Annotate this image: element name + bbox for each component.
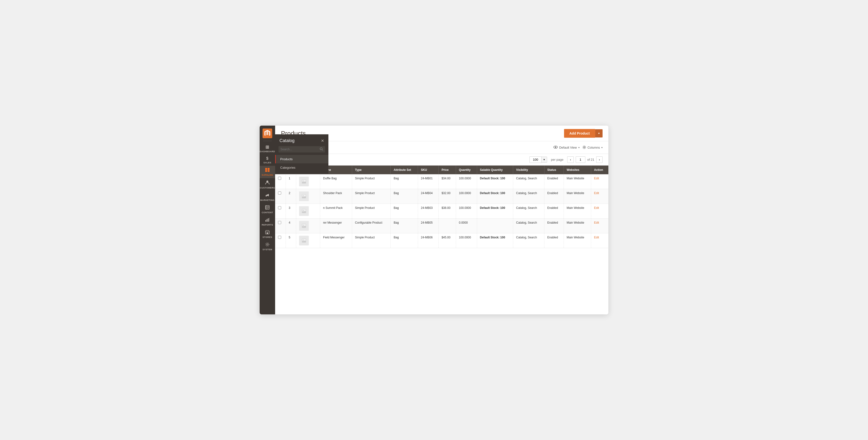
cell-name: n Summit Pack	[320, 204, 352, 218]
col-status[interactable]: Status	[544, 166, 564, 174]
cell-price: $38.00	[439, 204, 456, 218]
col-websites[interactable]: Websites	[564, 166, 591, 174]
sidebar-item-system-label: SYSTEM	[262, 248, 272, 251]
row-checkbox-2[interactable]	[278, 206, 281, 209]
sidebar-item-sales[interactable]: $ SALES	[259, 155, 275, 166]
cell-name: Shoulder Pack	[320, 189, 352, 204]
catalog-menu-products[interactable]: Products	[275, 155, 329, 163]
sidebar-item-system[interactable]: SYSTEM	[259, 240, 275, 253]
cell-websites: Main Website	[564, 189, 591, 204]
edit-link-2[interactable]: Edit	[594, 206, 599, 210]
col-type[interactable]: Type	[352, 166, 391, 174]
catalog-search-input[interactable]	[279, 146, 325, 153]
svg-rect-4	[268, 170, 270, 172]
cell-quantity: 0.0000	[456, 218, 477, 233]
sidebar-item-catalog-label: CATALOG	[262, 174, 273, 176]
sidebar-item-content-label: CONTENT	[262, 211, 273, 214]
cell-attribute-set: Bag	[391, 189, 418, 204]
cell-name: Field Messenger	[320, 233, 352, 248]
cell-checkbox	[275, 204, 285, 218]
per-page-input[interactable]: 100	[529, 156, 541, 163]
col-price[interactable]: Price	[439, 166, 456, 174]
catalog-panel-close-button[interactable]: ✕	[321, 138, 324, 143]
svg-rect-3	[265, 170, 267, 172]
cell-checkbox	[275, 233, 285, 248]
svg-rect-15	[269, 218, 270, 222]
sidebar-item-marketing-label: MARKETING	[260, 199, 275, 201]
prev-page-button[interactable]: ‹	[567, 156, 574, 163]
cell-visibility: Catalog, Search	[513, 218, 545, 233]
edit-link-1[interactable]: Edit	[594, 192, 599, 195]
cell-salable-qty: Default Stock: 100	[477, 204, 513, 218]
sidebar-item-marketing[interactable]: MARKETING	[259, 191, 275, 203]
cell-salable-qty: Default Stock: 100	[477, 174, 513, 189]
cell-thumbnail	[296, 218, 320, 233]
row-checkbox-4[interactable]	[278, 236, 281, 239]
default-view-selector[interactable]: Default View ▾	[553, 146, 580, 149]
edit-link-4[interactable]: Edit	[594, 236, 599, 239]
sales-icon: $	[266, 157, 268, 161]
cell-action: Edit	[591, 233, 609, 248]
table-row: 5 Field Messenger Simple Product Bag 24-…	[275, 233, 609, 248]
cell-checkbox	[275, 218, 285, 233]
add-product-button[interactable]: Add Product	[564, 129, 595, 138]
svg-rect-8	[266, 205, 267, 209]
sidebar-item-reports[interactable]: REPORTS	[259, 216, 275, 228]
sidebar-item-dashboard-label: DASHBOARD	[260, 150, 275, 153]
catalog-panel: Catalog ✕ Products Categories	[275, 134, 329, 174]
per-page-dropdown-button[interactable]: ▾	[541, 157, 547, 163]
cell-visibility: Catalog, Search	[513, 189, 545, 204]
col-quantity[interactable]: Quantity	[456, 166, 477, 174]
catalog-menu-categories[interactable]: Categories	[275, 163, 329, 172]
customers-icon	[265, 180, 270, 185]
cell-quantity: 100.0000	[456, 233, 477, 248]
dashboard-icon: ⊞	[266, 145, 269, 149]
gear-icon	[583, 145, 586, 150]
cell-attribute-set: Bag	[391, 204, 418, 218]
per-page-select: 100 ▾	[529, 156, 547, 163]
view-chevron-icon: ▾	[578, 146, 580, 149]
sidebar-item-content[interactable]: CONTENT	[259, 203, 275, 216]
cell-sku: 24-MB05	[418, 218, 438, 233]
col-salable-qty[interactable]: Salable Quantity	[477, 166, 513, 174]
col-sku[interactable]: SKU	[418, 166, 438, 174]
row-checkbox-1[interactable]	[278, 192, 281, 195]
row-checkbox-3[interactable]	[278, 221, 281, 224]
col-visibility[interactable]: Visibility	[513, 166, 545, 174]
svg-point-33	[303, 225, 304, 226]
edit-link-3[interactable]: Edit	[594, 221, 599, 224]
col-action[interactable]: Action	[591, 166, 609, 174]
table-wrapper: ID Thumbnail Name Type Attribute Set SKU…	[275, 166, 609, 314]
sidebar-item-stores[interactable]: STORES	[259, 228, 275, 240]
products-table: ID Thumbnail Name Type Attribute Set SKU…	[275, 166, 609, 248]
svg-rect-12	[266, 220, 266, 222]
cell-salable-qty: Default Stock: 100	[477, 189, 513, 204]
cell-sku: 24-MB04	[418, 189, 438, 204]
cell-id: 4	[285, 218, 296, 233]
table-row: 2 Shoulder Pack Simple Product Bag 24-MB…	[275, 189, 609, 204]
cell-attribute-set: Bag	[391, 233, 418, 248]
svg-point-25	[583, 146, 586, 148]
sidebar-item-dashboard[interactable]: ⊞ DASHBOARD	[259, 143, 275, 155]
columns-selector[interactable]: Columns ▾	[583, 145, 602, 150]
catalog-panel-title: Catalog	[279, 138, 294, 143]
row-checkbox-0[interactable]	[278, 177, 281, 180]
catalog-search-box	[275, 146, 329, 155]
cell-thumbnail	[296, 189, 320, 204]
cell-status: Enabled	[544, 189, 564, 204]
col-attribute-set[interactable]: Attribute Set	[391, 166, 418, 174]
catalog-panel-header: Catalog ✕	[275, 138, 329, 146]
current-page-input[interactable]: 1	[576, 156, 585, 163]
cell-thumbnail	[296, 204, 320, 218]
svg-point-27	[303, 180, 304, 181]
sidebar-item-customers[interactable]: CUSTOMERS	[259, 178, 275, 191]
stores-icon	[265, 230, 270, 235]
catalog-icon	[265, 168, 270, 173]
next-page-button[interactable]: ›	[596, 156, 602, 163]
cell-name: rer Messenger	[320, 218, 352, 233]
edit-link-0[interactable]: Edit	[594, 177, 599, 180]
sidebar-item-catalog[interactable]: CATALOG	[259, 166, 275, 178]
add-product-dropdown-button[interactable]: ▾	[595, 129, 602, 137]
eye-icon	[553, 146, 558, 149]
svg-point-18	[267, 244, 268, 245]
